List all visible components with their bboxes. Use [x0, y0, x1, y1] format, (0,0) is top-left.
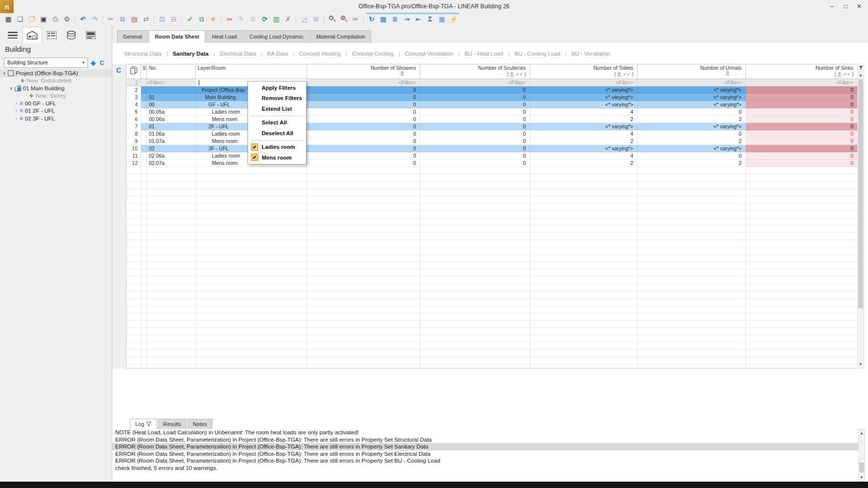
building-structure-select[interactable]: Building Structure ▾	[4, 58, 88, 68]
cell-showers[interactable]: 0	[307, 145, 420, 152]
cell-no[interactable]	[147, 86, 196, 94]
menu-item-ladies-room[interactable]: ✔Ladies room	[248, 142, 306, 153]
tree-item[interactable]: ∨01 Main Building	[0, 84, 112, 92]
cell-showers[interactable]: 0	[307, 130, 420, 138]
tab-room-data-sheet[interactable]: Room Data Sheet	[149, 30, 205, 43]
log-scroll-thumb[interactable]	[859, 463, 864, 472]
subtab-structural-data[interactable]: Structural Data	[119, 51, 166, 57]
filter-cell-rownum[interactable]: 1	[126, 79, 141, 86]
cell-toilets[interactable]: <* varying*>	[530, 101, 638, 108]
copy-pages-icon[interactable]	[130, 66, 137, 74]
cell-sculleries[interactable]: 0	[420, 145, 530, 152]
cell-sinks[interactable]: 0	[746, 152, 858, 160]
column-header-sculleries[interactable]: Number of Sculleries[✓✓]	[420, 64, 530, 79]
paste-icon[interactable]: ▤	[128, 14, 140, 24]
cell-urinals[interactable]: <* varying*>	[638, 94, 746, 101]
print-icon[interactable]: ⎙	[49, 14, 61, 24]
row-number[interactable]: 2	[126, 86, 141, 94]
log-line[interactable]: ERROR (Room Data Sheet, Parameterization…	[112, 436, 868, 444]
subtab-bu-ventilation[interactable]: BU - Ventilation	[567, 51, 615, 57]
subtab-sanitary-data[interactable]: Sanitary Data	[168, 51, 214, 57]
cell-sinks[interactable]: 0	[746, 116, 858, 123]
column-header-room[interactable]: Layer/Room	[196, 64, 307, 79]
screen-back-icon[interactable]: ⊡	[156, 14, 168, 24]
export-icon[interactable]: ⇥	[401, 14, 413, 24]
log-scroll-down-icon[interactable]: ▼	[859, 474, 865, 481]
cell-showers[interactable]: 0	[307, 108, 420, 116]
chevron-right-icon[interactable]: ›	[14, 101, 19, 106]
minimize-button[interactable]: –	[825, 0, 839, 13]
cell-toilets[interactable]: 2	[530, 138, 638, 145]
table-row[interactable]: 2Project (Office-Bsp-TGA)00<* varying*><…	[126, 86, 858, 94]
table-row[interactable]: 400GF - UFL00<* varying*><* varying*>0	[126, 101, 858, 108]
chevron-down-icon[interactable]: ∨	[2, 71, 7, 76]
link-icon[interactable]: ∾	[224, 14, 235, 24]
refresh-structure-icon[interactable]: C	[100, 59, 104, 66]
zoom-icon[interactable]	[326, 14, 338, 24]
cell-urinals[interactable]: <* varying*>	[638, 101, 746, 108]
log-line[interactable]: NOTE (Heat Load, Load Calculation) in Un…	[112, 429, 868, 436]
cell-sculleries[interactable]: 0	[420, 94, 530, 101]
cell-sinks[interactable]: 0	[746, 138, 858, 145]
table-info-icon[interactable]: ▦	[436, 14, 448, 24]
row-number[interactable]: 12	[126, 160, 141, 167]
cell-no[interactable]: 01	[147, 94, 196, 101]
cell-showers[interactable]: 0	[307, 138, 420, 145]
settings-gear-icon[interactable]: ⚙	[61, 14, 73, 24]
chevron-right-icon[interactable]: ›	[14, 108, 19, 113]
cell-et[interactable]	[141, 123, 147, 130]
scroll-thumb[interactable]	[858, 79, 863, 308]
tree-item[interactable]: ✚New: Gebäudeteil	[0, 77, 112, 85]
refresh-view-icon[interactable]: ↻	[366, 14, 377, 24]
cell-sculleries[interactable]: 0	[420, 138, 530, 145]
row-number[interactable]: 3	[126, 94, 141, 101]
menu-item-extend-list[interactable]: Extend List	[248, 103, 306, 114]
cell-sinks[interactable]: 0	[746, 94, 858, 101]
menu-icon[interactable]	[3, 27, 22, 43]
filter-cell-urinals[interactable]: <Filter>	[638, 79, 746, 86]
filter-cell-sinks[interactable]: <Filter>	[746, 79, 858, 86]
menu-item-apply-filters[interactable]: Apply Filters	[248, 82, 306, 93]
cell-et[interactable]	[141, 108, 147, 116]
table-row[interactable]: 600.06aMens room00220	[126, 116, 858, 123]
cell-no[interactable]: 02.06a	[147, 152, 196, 160]
subtab-concept-cooling[interactable]: Concept Cooling	[347, 51, 398, 57]
cell-urinals[interactable]: 0	[638, 108, 746, 116]
cell-showers[interactable]: 0	[307, 94, 420, 101]
cell-no[interactable]: 01	[147, 123, 196, 130]
log-line[interactable]: check finished, 5 errors and 10 warnings…	[112, 465, 868, 472]
cell-no[interactable]: 00.05a	[147, 108, 196, 116]
column-header-rownum[interactable]	[126, 64, 141, 79]
filter-cell-sculleries[interactable]: <Filter>	[420, 79, 530, 86]
cell-sculleries[interactable]: 0	[420, 152, 530, 160]
new-file-icon[interactable]: ❏	[14, 14, 26, 24]
document-panel-icon[interactable]	[81, 27, 101, 43]
sync-icon[interactable]: ⇄	[140, 14, 152, 24]
screen-forward-icon[interactable]: ⊟	[168, 14, 180, 24]
cell-sculleries[interactable]: 0	[420, 160, 530, 167]
scroll-down-icon[interactable]: ▼	[858, 361, 864, 368]
table-row[interactable]: 801.06aLadies room00400	[126, 130, 858, 138]
list-view-icon[interactable]: ≣	[389, 14, 401, 24]
chevron-right-icon[interactable]: ›	[14, 116, 19, 121]
cell-et[interactable]	[141, 160, 147, 167]
cell-toilets[interactable]: 4	[530, 130, 638, 138]
subtab-electrical-data[interactable]: Electrical Data	[215, 51, 261, 57]
subtab-bu-cooling-load[interactable]: BU - Cooling Load	[510, 51, 565, 57]
cell-sculleries[interactable]: 0	[420, 130, 530, 138]
calculator-icon[interactable]: ⌗	[207, 14, 219, 24]
structure-settings-icon[interactable]: ◈	[91, 59, 96, 66]
subtab-concept-ventilation[interactable]: Concept Ventilation	[400, 51, 458, 57]
cell-toilets[interactable]: 4	[530, 108, 638, 116]
row-number[interactable]: 4	[126, 101, 141, 108]
column-header-sinks[interactable]: Number of Sinks[✓✓]	[746, 64, 858, 79]
cell-sinks[interactable]: 0	[746, 130, 858, 138]
cell-showers[interactable]: 0	[307, 86, 420, 94]
cell-showers[interactable]: 0	[307, 123, 420, 130]
log-tab-log[interactable]: Log	[130, 419, 157, 429]
cell-showers[interactable]: 0	[307, 116, 420, 123]
checkbox-checked-icon[interactable]: ✔	[251, 143, 258, 151]
column-header-showers[interactable]: Number of Showers	[307, 64, 420, 79]
tab-general[interactable]: General	[117, 30, 148, 43]
column-header-no[interactable]: No.	[147, 64, 196, 79]
